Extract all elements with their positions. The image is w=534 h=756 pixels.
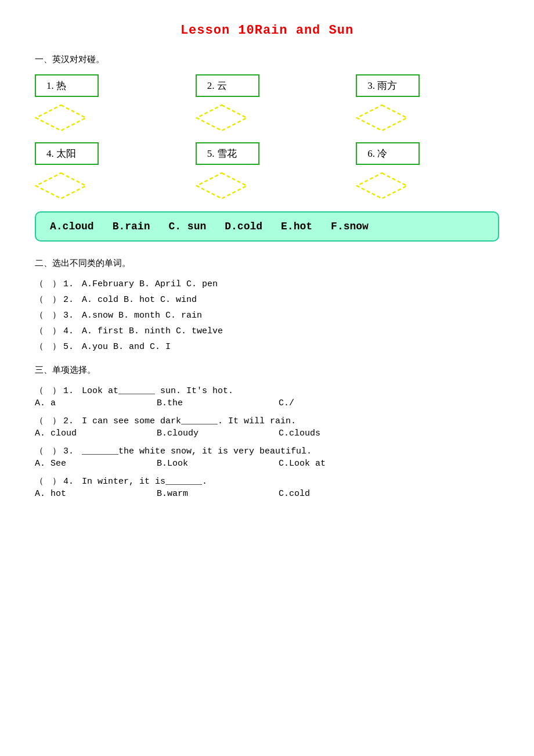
answer-box: A.cloudB.rainC. sunD.coldE.hotF.snow: [35, 211, 499, 242]
section2-item-3: （ ）3.A.snow B. month C. rain: [35, 309, 499, 321]
answer-item-2: B.rain: [113, 221, 150, 232]
question-text: Look at_______ sun. It's hot.: [82, 386, 233, 396]
question-line: （ ）3._______the white snow, it is very b…: [35, 445, 499, 456]
option-C: C.cold: [279, 489, 400, 499]
match-box-1: 1. 热: [35, 74, 99, 97]
svg-marker-3: [36, 173, 86, 199]
option-B: B.Look: [157, 459, 279, 469]
section3-label: 三、单项选择。: [35, 365, 499, 376]
option-A: A. cloud: [35, 429, 157, 438]
option-A: A. a: [35, 398, 157, 408]
svg-marker-1: [197, 105, 247, 131]
match-item-2: 2. 云: [196, 74, 339, 132]
choices-text: A.February B. April C. pen: [82, 279, 218, 289]
section2-items: （ ）1.A.February B. April C. pen（ ）2.A. c…: [35, 278, 499, 352]
match-box-4: 4. 太阳: [35, 142, 99, 165]
diamond-icon-4: [35, 172, 87, 200]
options-line: A. cloudB.cloudyC.clouds: [35, 429, 499, 438]
diamond-icon-3: [356, 104, 408, 132]
section2-item-2: （ ）2.A. cold B. hot C. wind: [35, 294, 499, 305]
match-item-3: 3. 雨方: [356, 74, 499, 132]
match-box-5: 5. 雪花: [196, 142, 259, 165]
diamond-icon-1: [35, 104, 87, 132]
section2: 二、选出不同类的单词。 （ ）1.A.February B. April C. …: [35, 258, 499, 352]
section2-item-1: （ ）1.A.February B. April C. pen: [35, 278, 499, 289]
question-line: （ ）1.Look at_______ sun. It's hot.: [35, 385, 499, 396]
answer-item-3: C. sun: [168, 221, 206, 232]
paren: （ ）: [35, 294, 61, 305]
q-num: 3.: [63, 311, 80, 321]
page-title: Lesson 10Rain and Sun: [35, 23, 499, 38]
diamond-icon-2: [196, 104, 248, 132]
q-num: 1.: [63, 279, 80, 289]
q-num: 5.: [63, 342, 80, 352]
q-num: 2.: [63, 416, 80, 426]
match-item-5: 5. 雪花: [196, 142, 339, 200]
option-A: A. hot: [35, 489, 157, 499]
question-text: I can see some dark_______. It will rain…: [82, 416, 296, 426]
choices-text: A. first B. ninth C. twelve: [82, 326, 223, 336]
option-B: B.cloudy: [157, 429, 279, 438]
paren: （ ）: [35, 476, 61, 487]
section3-item-4: （ ）4.In winter, it is_______.A. hotB.war…: [35, 476, 499, 499]
question-text: In winter, it is_______.: [82, 477, 207, 487]
question-line: （ ）4.In winter, it is_______.: [35, 476, 499, 487]
answer-item-1: A.cloud: [50, 221, 94, 232]
q-num: 4.: [63, 477, 80, 487]
option-B: B.warm: [157, 489, 279, 499]
section3-item-3: （ ）3._______the white snow, it is very b…: [35, 445, 499, 469]
section3-item-2: （ ）2.I can see some dark_______. It will…: [35, 415, 499, 438]
section3-item-1: （ ）1.Look at_______ sun. It's hot.A. aB.…: [35, 385, 499, 408]
match-item-4: 4. 太阳: [35, 142, 178, 200]
section1: 一、英汉对对碰。 1. 热 2. 云 3. 雨方 4. 太阳 5. 雪花 6. …: [35, 54, 499, 242]
q-num: 3.: [63, 447, 80, 456]
option-C: C.Look at: [279, 459, 400, 469]
match-item-6: 6. 冷: [356, 142, 499, 200]
paren: （ ）: [35, 385, 61, 396]
paren: （ ）: [35, 341, 61, 352]
match-grid: 1. 热 2. 云 3. 雨方 4. 太阳 5. 雪花 6. 冷: [35, 74, 499, 200]
section3-items: （ ）1.Look at_______ sun. It's hot.A. aB.…: [35, 385, 499, 499]
option-B: B.the: [157, 398, 279, 408]
section2-label: 二、选出不同类的单词。: [35, 258, 499, 269]
diamond-icon-5: [196, 172, 248, 200]
answer-item-5: E.hot: [281, 221, 312, 232]
match-box-3: 3. 雨方: [356, 74, 420, 97]
option-A: A. See: [35, 459, 157, 469]
option-C: C./: [279, 398, 400, 408]
q-num: 1.: [63, 386, 80, 396]
question-text: _______the white snow, it is very beauti…: [82, 447, 312, 456]
choices-text: A.snow B. month C. rain: [82, 311, 202, 321]
svg-marker-0: [36, 105, 86, 131]
match-box-2: 2. 云: [196, 74, 259, 97]
q-num: 2.: [63, 295, 80, 305]
answer-item-4: D.cold: [225, 221, 262, 232]
match-box-6: 6. 冷: [356, 142, 420, 165]
choices-text: A.you B. and C. I: [82, 342, 171, 352]
diamond-icon-6: [356, 172, 408, 200]
options-line: A. hotB.warmC.cold: [35, 489, 499, 499]
svg-marker-2: [357, 105, 407, 131]
match-item-1: 1. 热: [35, 74, 178, 132]
answer-item-6: F.snow: [331, 221, 369, 232]
options-line: A. aB.theC./: [35, 398, 499, 408]
q-num: 4.: [63, 326, 80, 336]
choices-text: A. cold B. hot C. wind: [82, 295, 197, 305]
option-C: C.clouds: [279, 429, 400, 438]
paren: （ ）: [35, 278, 61, 289]
section2-item-5: （ ）5.A.you B. and C. I: [35, 341, 499, 352]
paren: （ ）: [35, 309, 61, 321]
section3: 三、单项选择。 （ ）1.Look at_______ sun. It's ho…: [35, 365, 499, 499]
paren: （ ）: [35, 325, 61, 336]
section1-label: 一、英汉对对碰。: [35, 54, 499, 65]
svg-marker-5: [357, 173, 407, 199]
options-line: A. SeeB.LookC.Look at: [35, 459, 499, 469]
section2-item-4: （ ）4.A. first B. ninth C. twelve: [35, 325, 499, 336]
svg-marker-4: [197, 173, 247, 199]
question-line: （ ）2.I can see some dark_______. It will…: [35, 415, 499, 426]
paren: （ ）: [35, 445, 61, 456]
paren: （ ）: [35, 415, 61, 426]
